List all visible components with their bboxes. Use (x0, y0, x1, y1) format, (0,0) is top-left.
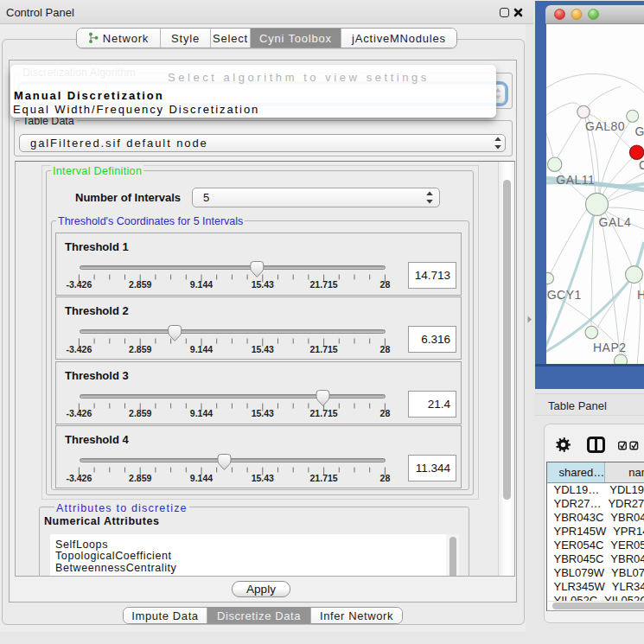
svg-text:GCY1: GCY1 (547, 288, 582, 302)
svg-text:GAL80: GAL80 (585, 119, 625, 133)
svg-text:GAL11: GAL11 (556, 173, 595, 187)
svg-text:GA: GA (635, 124, 644, 138)
svg-text:HAP2: HAP2 (593, 341, 627, 354)
svg-text:HI: HI (637, 288, 644, 302)
svg-text:GAL4: GAL4 (599, 215, 632, 229)
svg-text:C: C (639, 158, 644, 172)
